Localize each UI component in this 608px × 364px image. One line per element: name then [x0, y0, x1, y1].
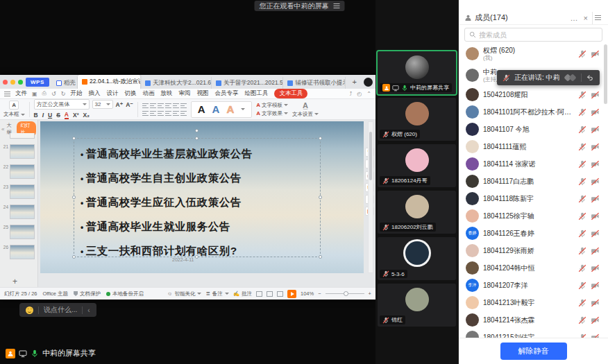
resize-handle[interactable]: [72, 196, 76, 199]
textbox-tool-icon[interactable]: A: [9, 101, 19, 110]
mic-muted-icon[interactable]: [577, 125, 586, 134]
mic-muted-icon[interactable]: [577, 246, 586, 255]
preset-style-outline[interactable]: A: [226, 104, 234, 114]
mic-muted-icon[interactable]: [577, 142, 586, 151]
mic-muted-icon[interactable]: [577, 107, 586, 116]
canvas-scrollbar[interactable]: [368, 121, 373, 273]
mic-muted-icon[interactable]: [577, 177, 586, 186]
camera-muted-icon[interactable]: [591, 229, 600, 238]
notes-button[interactable]: ≣ 备注: [205, 291, 228, 297]
text-effect-button[interactable]: A文字效果: [256, 110, 288, 117]
align-left-icon[interactable]: [142, 110, 149, 116]
chat-placeholder[interactable]: 说点什么...: [44, 305, 77, 315]
zoom-slider-knob[interactable]: [344, 291, 348, 296]
menu-item[interactable]: 绘图工具: [244, 89, 268, 98]
mic-muted-icon[interactable]: [577, 263, 586, 272]
camera-muted-icon[interactable]: [591, 194, 600, 203]
menu-item[interactable]: 文本工具: [274, 89, 307, 98]
resize-handle[interactable]: [72, 255, 76, 259]
new-tab-button[interactable]: +: [348, 78, 361, 86]
mic-muted-icon[interactable]: [577, 298, 586, 307]
banner-menu-icon[interactable]: [334, 3, 340, 8]
menu-item[interactable]: 设计: [106, 89, 118, 98]
camera-muted-icon[interactable]: [591, 315, 600, 324]
collapse-ribbon-icon[interactable]: ⌃: [366, 91, 371, 97]
video-tile[interactable]: 中莉的屏幕共享: [378, 51, 456, 94]
menu-item[interactable]: 视图: [196, 89, 208, 98]
paragraph-align-tools[interactable]: [142, 103, 187, 116]
member-row[interactable]: 18041204韩中恒: [459, 259, 608, 277]
slide-thumbnail[interactable]: 24: [1, 205, 36, 219]
camera-muted-icon[interactable]: [591, 107, 600, 116]
slide-thumbnail-partial[interactable]: [1, 133, 36, 139]
camera-muted-icon[interactable]: [591, 159, 600, 168]
member-row[interactable]: 18041114 张家诺: [459, 155, 608, 173]
beautify-button[interactable]: ☺ 智能美化: [167, 291, 202, 297]
more-options-icon[interactable]: …: [569, 14, 580, 22]
mic-muted-icon[interactable]: [577, 333, 586, 338]
member-row[interactable]: 18041117白志鹏: [459, 173, 608, 190]
video-tile[interactable]: 18206124丹哥: [378, 144, 456, 187]
camera-muted-icon[interactable]: [591, 246, 600, 255]
search-input[interactable]: [479, 31, 598, 39]
reply-arrow-icon[interactable]: [586, 73, 594, 82]
camera-muted-icon[interactable]: [591, 142, 600, 151]
slide-bullet[interactable]: 普通高校毕业生就业服务公告: [81, 215, 330, 239]
menu-item[interactable]: 插入: [88, 89, 100, 98]
member-list-scrollbar[interactable]: [604, 44, 607, 104]
current-slide[interactable]: 普通高校毕业生基层就业政策公告普通高校学生自主创业政策公告普通高校学生应征入伍政…: [40, 121, 364, 273]
member-row[interactable]: 18041118陈新宇: [459, 190, 608, 207]
redo-icon[interactable]: ↻: [61, 91, 66, 97]
collaborate-icon[interactable]: ◴: [357, 91, 362, 97]
video-tile[interactable]: 18206202刘云鹏: [378, 191, 456, 234]
member-search-box[interactable]: [464, 28, 602, 42]
zoom-out-button[interactable]: −: [318, 291, 321, 297]
member-row[interactable]: 15042108耀阳: [459, 86, 608, 103]
member-row[interactable]: 18041214张杰霖: [459, 311, 608, 329]
superscript-button[interactable]: X²: [73, 112, 79, 119]
camera-muted-icon[interactable]: [591, 281, 600, 290]
video-tile[interactable]: 5-3-6: [378, 237, 456, 280]
quick-chat-bubble[interactable]: 说点什么... ‹: [19, 303, 96, 317]
bullet-list-icon[interactable]: [142, 103, 149, 109]
member-row[interactable]: 18041107 今旭: [459, 121, 608, 138]
subscript-button[interactable]: X₂: [83, 112, 89, 119]
mic-muted-icon[interactable]: [577, 315, 586, 324]
text-style-presets[interactable]: A A A: [191, 101, 253, 118]
line-spacing-icon[interactable]: [173, 103, 179, 109]
scrollbar-thumb[interactable]: [369, 132, 372, 180]
strikethrough-button[interactable]: S: [56, 112, 60, 119]
text-direction-icon[interactable]: [180, 110, 187, 116]
member-row[interactable]: 18041129张雨娇: [459, 242, 608, 259]
video-tile[interactable]: 权熠 (620): [378, 98, 456, 141]
font-size-select[interactable]: 32: [92, 100, 113, 109]
underline-button[interactable]: U: [48, 112, 52, 119]
member-row[interactable]: 春婷 18041126王春婷: [459, 225, 608, 242]
close-panel-icon[interactable]: ×: [582, 14, 589, 22]
outdent-icon[interactable]: [158, 103, 164, 109]
share-icon[interactable]: ⤴: [349, 91, 352, 97]
slide-bullet[interactable]: 三支一扶和西部计划有啥区别?: [81, 239, 330, 263]
add-slide-button[interactable]: +: [12, 277, 17, 286]
comment-button[interactable]: ✍ 批注: [233, 291, 252, 297]
resize-handle[interactable]: [195, 137, 199, 140]
file-menu[interactable]: 文件: [15, 89, 27, 98]
camera-muted-icon[interactable]: [591, 263, 600, 272]
normal-view-icon[interactable]: [256, 291, 262, 297]
resize-handle[interactable]: [72, 137, 76, 140]
unmute-button[interactable]: 解除静音: [500, 343, 567, 360]
mic-muted-icon[interactable]: [577, 90, 586, 99]
mic-muted-icon[interactable]: [577, 281, 586, 290]
slide-thumbnail[interactable]: 21: [1, 144, 36, 159]
text-settings-button[interactable]: 文本设置: [292, 111, 319, 118]
align-center-icon[interactable]: [150, 110, 156, 116]
print-icon[interactable]: ⎙: [42, 90, 47, 97]
menu-item[interactable]: 审阅: [178, 89, 190, 98]
preset-style-blue[interactable]: A: [212, 104, 220, 114]
collapse-bubble-icon[interactable]: ‹: [87, 306, 90, 314]
document-tab[interactable]: 22.04.1..动-政治宣讲: [78, 75, 141, 89]
menu-item[interactable]: 会员专享: [214, 89, 238, 98]
menu-item[interactable]: 放映: [160, 89, 172, 98]
preset-style-black[interactable]: A: [198, 104, 205, 114]
menu-burger-icon[interactable]: [4, 92, 10, 96]
